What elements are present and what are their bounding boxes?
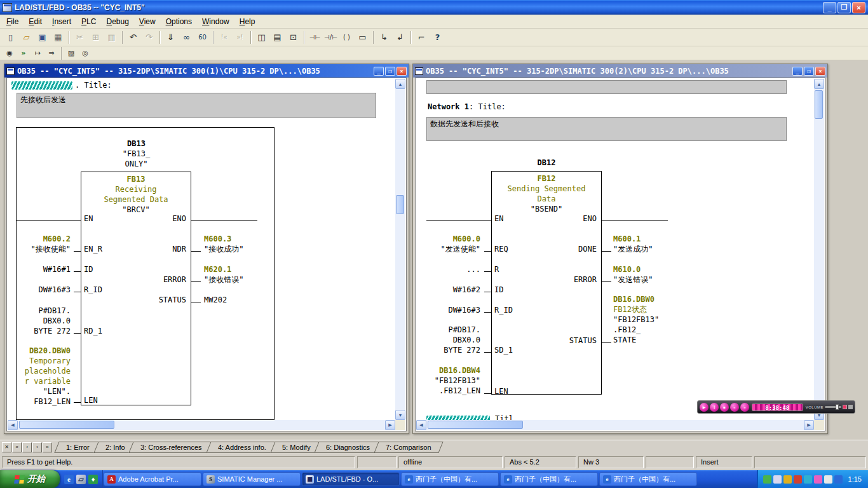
symbol-info-icon[interactable]: ▨ <box>64 48 78 59</box>
redo-icon[interactable]: ↷ <box>141 30 157 44</box>
pin-len[interactable]: LEN <box>84 395 98 405</box>
overview-icon[interactable]: ▤ <box>269 30 285 44</box>
pin-r[interactable]: R <box>494 264 499 274</box>
horizontal-scrollbar[interactable]: ◀ ▶ <box>8 420 395 430</box>
operand-symbol[interactable]: FB12_LEN <box>34 396 71 407</box>
operand-symbol[interactable]: "LEN". <box>43 386 71 396</box>
next-track-icon[interactable]: » <box>740 403 749 412</box>
prev-error-icon[interactable]: !« <box>216 30 232 44</box>
editor-canvas[interactable]: Network 1: Title: 数据先发送和后接收 DB12 FB12 Se… <box>416 79 814 420</box>
operand-value[interactable]: MW202 <box>204 295 227 305</box>
scroll-down-icon[interactable]: ▼ <box>395 410 405 420</box>
download-icon[interactable]: ⇓ <box>163 30 179 44</box>
seek-bar[interactable]: 8:38:48 <box>752 403 803 411</box>
vertical-scrollbar[interactable]: ▲ ▼ <box>814 79 824 420</box>
menu-options[interactable]: Options <box>161 15 197 28</box>
taskbar-item-siemens-3[interactable]: e 西门子（中国）有... <box>599 472 697 486</box>
pin-en-r[interactable]: EN_R <box>84 244 102 254</box>
taskbar-item-simatic-manager[interactable]: S SIMATIC Manager ... <box>203 472 301 486</box>
operand-address[interactable]: M600.2 <box>43 234 71 244</box>
operand-symbol[interactable]: "FB12FB13" <box>435 376 480 386</box>
scroll-right-icon[interactable]: ▶ <box>804 420 814 430</box>
pin-rd-1[interactable]: RD_1 <box>84 326 102 336</box>
operand-pointer-1[interactable]: P#DB17. <box>38 306 71 316</box>
open-icon[interactable]: ▱ <box>18 30 34 44</box>
detail-view-icon[interactable]: ⊡ <box>285 30 301 44</box>
monitor-glasses-icon[interactable]: ∞ <box>179 30 194 44</box>
print-icon[interactable]: ▦ <box>50 30 66 44</box>
operand-address[interactable]: M600.0 <box>453 234 480 244</box>
prev-track-icon[interactable]: « <box>730 403 739 412</box>
main-title-bar[interactable]: LAD/STL/FBD - OB35 -- "CYC_INT5" _ ❒ × <box>0 0 868 15</box>
child-close-button[interactable]: × <box>397 67 407 76</box>
pin-done[interactable]: DONE <box>578 244 597 254</box>
network-comment[interactable]: 数据先发送和后接收 <box>426 117 787 141</box>
scroll-thumb[interactable] <box>19 421 114 429</box>
scroll-up-icon[interactable]: ▲ <box>395 79 405 89</box>
horizontal-scrollbar[interactable]: ◀ ▶ <box>416 420 814 430</box>
instance-name-line1[interactable]: "FB13_ <box>81 149 192 159</box>
media-player-bar[interactable]: ▶ ∥ ■ « » 8:38:48 VOLUME <box>697 400 855 414</box>
open-branch-icon[interactable]: ↳ <box>376 30 392 44</box>
menu-edit[interactable]: Edit <box>24 15 47 28</box>
tab-diagnostics[interactable]: 6: Diagnostics <box>315 442 382 453</box>
pin-eno[interactable]: ENO <box>583 214 597 224</box>
stop-icon[interactable]: ■ <box>720 403 729 412</box>
pause-icon[interactable]: ∥ <box>710 403 719 412</box>
scroll-thumb[interactable] <box>396 195 404 214</box>
tray-icon[interactable] <box>814 475 822 484</box>
operand-comment-1[interactable]: Temporary <box>29 356 71 366</box>
operand-symbol[interactable]: .FB12_LEN <box>439 386 480 396</box>
tray-icon[interactable] <box>804 475 812 484</box>
operand-symbol[interactable]: "接收使能" <box>31 244 71 254</box>
tray-icon[interactable] <box>794 475 802 484</box>
pin-req[interactable]: REQ <box>494 244 508 254</box>
window-ob35-cpu2[interactable]: OB35 -- "CYC_INT5" -- 315-2DP\SIMATIC 30… <box>412 64 828 434</box>
tray-icon[interactable] <box>834 475 843 484</box>
operand-symbol[interactable]: "接收错误" <box>204 274 243 285</box>
pin-error[interactable]: ERROR <box>163 274 186 285</box>
pin-ndr[interactable]: NDR <box>172 244 186 254</box>
contact-no-icon[interactable]: ⊣⊢ <box>307 30 323 44</box>
menu-window[interactable]: Window <box>197 15 234 28</box>
operand-symbol[interactable]: "接收成功" <box>204 244 243 254</box>
undo-icon[interactable]: ↶ <box>125 30 141 44</box>
operand-pointer-2[interactable]: DBX0.0 <box>43 316 71 326</box>
split-window-icon[interactable]: ◫ <box>254 30 269 44</box>
child-minimize-button[interactable]: _ <box>792 67 803 76</box>
negate-icon[interactable]: ⌐ <box>414 30 430 44</box>
close-branch-icon[interactable]: ↲ <box>392 30 408 44</box>
empty-box-icon[interactable]: ▭ <box>355 30 370 44</box>
operand-symbol[interactable]: "发送错误" <box>613 274 653 285</box>
menu-debug[interactable]: Debug <box>101 15 133 28</box>
pin-len[interactable]: LEN <box>494 386 508 396</box>
child-title-bar[interactable]: OB35 -- "CYC_INT5" -- 315-2DP\SIMATIC 30… <box>413 64 827 78</box>
operand-pointer-3[interactable]: BYTE 272 <box>34 326 71 336</box>
goto-icon[interactable]: ↦ <box>31 48 44 59</box>
operand-ellipsis[interactable]: ... <box>466 264 480 274</box>
copy-icon[interactable]: ⊞ <box>88 30 104 44</box>
next-tab-icon[interactable]: › <box>32 442 42 452</box>
quicklaunch-ie-icon[interactable]: e <box>64 475 74 484</box>
pin-en[interactable]: EN <box>84 214 93 224</box>
vertical-scrollbar[interactable]: ▲ ▼ <box>395 79 405 420</box>
taskbar-item-siemens-2[interactable]: e 西门子（中国）有... <box>500 472 598 486</box>
tray-icon[interactable] <box>773 475 782 484</box>
scroll-thumb[interactable] <box>428 421 523 429</box>
watch-icon[interactable]: ◎ <box>78 48 92 59</box>
menu-insert[interactable]: Insert <box>47 15 76 28</box>
child-restore-button[interactable]: ❒ <box>385 67 395 76</box>
instance-db-label[interactable]: DB13 <box>81 139 192 149</box>
scroll-thumb[interactable] <box>815 90 823 119</box>
operand-value[interactable]: W#16#1 <box>43 264 71 274</box>
scroll-left-icon[interactable]: ◀ <box>8 420 18 430</box>
scroll-right-icon[interactable]: ▶ <box>385 420 395 430</box>
paste-icon[interactable]: ▥ <box>104 30 119 44</box>
last-tab-icon[interactable]: » <box>43 442 52 452</box>
operand-pointer-1[interactable]: P#DB17. <box>448 325 480 335</box>
operand-address[interactable]: DB20.DBW0 <box>29 346 71 356</box>
menu-help[interactable]: Help <box>234 15 261 28</box>
pin-sd-1[interactable]: SD_1 <box>494 345 513 355</box>
insert-network-icon[interactable]: ◉ <box>3 48 17 59</box>
play-icon[interactable]: ▶ <box>700 403 709 412</box>
